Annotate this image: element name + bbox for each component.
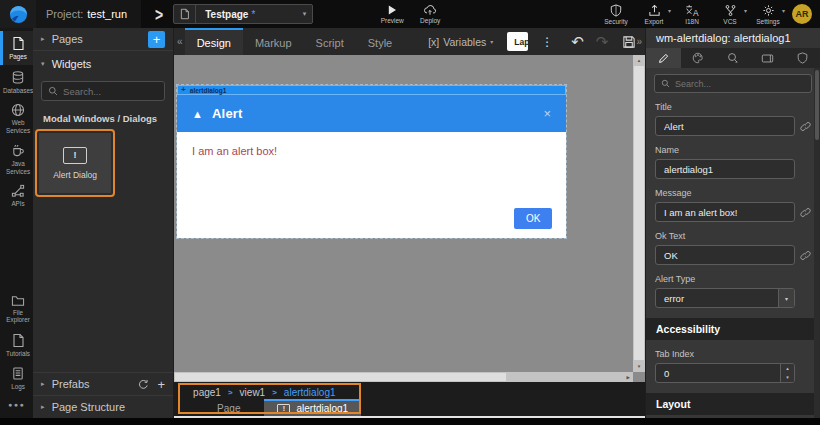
rail-item-logs[interactable]: Logs	[0, 361, 33, 395]
stepper-down-icon[interactable]: ▾	[781, 373, 794, 382]
i18n-button[interactable]: A I18N	[673, 0, 711, 28]
widget-search-box[interactable]	[41, 81, 165, 101]
preview-button[interactable]: Preview	[373, 0, 411, 28]
breadcrumb-view1[interactable]: view1	[240, 387, 266, 398]
user-avatar[interactable]: AR	[792, 4, 812, 24]
collapse-panel-icon[interactable]: «	[177, 36, 183, 47]
rail-item-java-services[interactable]: Java Services	[0, 138, 33, 179]
design-canvas[interactable]: + alertdialog1 ▲ Alert × I am an alert b…	[174, 55, 645, 382]
properties-scrollbar[interactable]	[814, 68, 820, 418]
properties-search-box[interactable]	[654, 74, 812, 93]
topbar-right-actions: Security ▾ Export A I18N ▾ VCS	[597, 0, 820, 28]
scroll-up-icon[interactable]: ▲	[633, 58, 645, 63]
tab-properties[interactable]	[646, 48, 681, 68]
branch-icon	[724, 4, 737, 17]
breadcrumb-alertdialog1[interactable]: alertdialog1	[284, 387, 336, 398]
bind-link-icon[interactable]	[795, 121, 811, 132]
page-structure-section-header[interactable]: ▸ Page Structure	[33, 395, 173, 418]
prefabs-section-header[interactable]: ▸ Prefabs +	[33, 372, 173, 395]
scroll-down-icon[interactable]: ▼	[633, 364, 645, 369]
message-field-input[interactable]	[656, 203, 794, 221]
breadcrumb-page1[interactable]: page1	[193, 387, 221, 398]
tab-style[interactable]: Style	[356, 28, 404, 55]
device-selector[interactable]: Laptop with MDPI Screen ▾	[507, 32, 528, 51]
widgets-section-header[interactable]: ▾ Widgets	[33, 51, 173, 77]
more-options-icon[interactable]: ⋮	[541, 35, 553, 49]
tab-design[interactable]: Design	[185, 28, 243, 55]
page-selector-dropdown[interactable]: Testpage * ▾	[173, 4, 313, 24]
page-tabs: Page ! alertdialog1	[174, 399, 645, 416]
ok-button[interactable]: OK	[514, 208, 552, 229]
expand-panel-icon[interactable]: »	[636, 36, 642, 47]
bind-link-icon[interactable]	[795, 207, 811, 218]
properties-panel: wm-alertdialog: alertdialog1	[645, 28, 820, 418]
stepper-up-icon[interactable]: ▴	[781, 364, 794, 373]
tab-styles[interactable]	[681, 48, 716, 68]
selected-widget[interactable]: + alertdialog1 ▲ Alert × I am an alert b…	[177, 85, 566, 238]
ok-text-field-label: Ok Text	[655, 231, 811, 241]
tab-security[interactable]	[785, 48, 820, 68]
globe-icon	[11, 103, 25, 117]
alert-dialog-body: I am an alert box! OK	[177, 132, 566, 238]
properties-search-input[interactable]	[675, 79, 805, 89]
variables-button[interactable]: [x] Variables ▾	[428, 36, 493, 48]
close-icon[interactable]: ×	[544, 106, 552, 121]
pages-section-header[interactable]: ▸ Pages +	[33, 28, 173, 51]
wavemaker-studio: Project: test_run > Testpage * ▾ Preview…	[0, 0, 820, 425]
device-selector-value: Laptop with MDPI Screen	[507, 37, 528, 47]
widget-search-input[interactable]	[63, 86, 158, 97]
app-logo[interactable]	[0, 0, 36, 28]
alert-type-select[interactable]: error ▾	[655, 288, 795, 308]
widget-selection-bar[interactable]: + alertdialog1	[177, 85, 566, 95]
ok-text-field-input[interactable]	[656, 246, 794, 264]
undo-button[interactable]: ↶	[571, 34, 584, 49]
tab-page[interactable]: Page	[193, 401, 264, 416]
tab-alertdialog1[interactable]: ! alertdialog1	[264, 399, 361, 416]
export-icon	[648, 4, 661, 17]
tab-markup[interactable]: Markup	[243, 28, 304, 55]
scrollbar-thumb[interactable]	[634, 66, 644, 360]
variables-icon: [x]	[428, 36, 439, 48]
rail-item-pages[interactable]: Pages	[0, 31, 33, 65]
alert-dialog-widget[interactable]: ! Alert Dialog	[39, 133, 111, 193]
tab-script[interactable]: Script	[304, 28, 356, 55]
section-accessibility: Accessibility	[646, 318, 820, 340]
rail-item-databases[interactable]: Databases	[0, 65, 33, 99]
canvas-horizontal-scrollbar[interactable]: ▶	[174, 372, 633, 382]
settings-button[interactable]: ▾ Settings	[749, 0, 787, 28]
scroll-right-icon[interactable]: ▶	[627, 375, 630, 380]
tab-search-advanced[interactable]	[716, 48, 751, 68]
save-button[interactable]	[622, 35, 636, 49]
add-prefab-button[interactable]: +	[158, 377, 166, 392]
tab-device[interactable]	[750, 48, 785, 68]
refresh-icon[interactable]	[138, 379, 149, 390]
scrollbar-thumb[interactable]	[175, 373, 505, 381]
rail-more-button[interactable]: ●●●	[0, 395, 33, 418]
canvas-vertical-scrollbar[interactable]: ▲ ▼	[633, 55, 645, 372]
prefabs-section-label: Prefabs	[52, 378, 90, 390]
scrollbar-thumb[interactable]	[815, 70, 819, 140]
add-page-button[interactable]: +	[148, 31, 165, 48]
chevron-down-icon[interactable]: ▾	[778, 289, 794, 307]
search-icon	[661, 79, 670, 88]
name-field-input[interactable]	[656, 160, 794, 178]
redo-button[interactable]: ↷	[596, 34, 609, 49]
tab-index-stepper[interactable]: ▴ ▾	[655, 363, 795, 383]
title-field-input[interactable]	[656, 117, 794, 135]
current-page-name: Testpage	[205, 9, 248, 20]
breadcrumb-separator: >	[272, 388, 277, 397]
rail-item-tutorials[interactable]: Tutorials	[0, 328, 33, 362]
tab-index-input[interactable]	[656, 364, 780, 382]
properties-form: Title Name Message Ok Text	[646, 93, 820, 418]
deploy-button[interactable]: Deploy	[411, 0, 449, 28]
stepper-arrows[interactable]: ▴ ▾	[780, 364, 794, 382]
vcs-button[interactable]: ▾ VCS	[711, 0, 749, 28]
logs-icon	[11, 366, 25, 381]
rail-item-apis[interactable]: APIs	[0, 179, 33, 212]
rail-item-web-services[interactable]: Web Services	[0, 98, 33, 138]
rail-item-file-explorer[interactable]: File Explorer	[0, 289, 33, 328]
security-button[interactable]: Security	[597, 0, 635, 28]
palette-icon	[692, 52, 704, 64]
export-button[interactable]: ▾ Export	[635, 0, 673, 28]
bind-link-icon[interactable]	[795, 250, 811, 261]
